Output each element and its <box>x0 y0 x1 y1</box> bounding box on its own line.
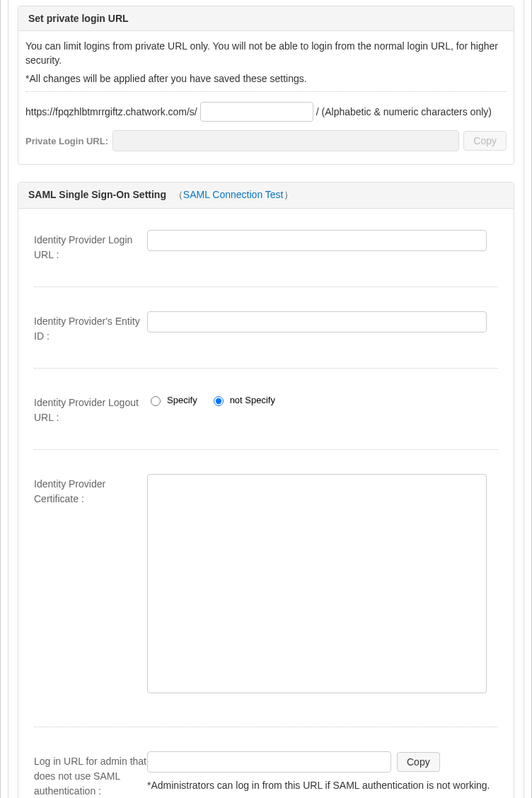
divider <box>25 91 507 92</box>
copy-private-url-button[interactable]: Copy <box>463 131 507 151</box>
idp-login-url-label: Identity Provider Login URL : <box>34 230 147 262</box>
private-login-url-label: Private Login URL: <box>25 136 108 146</box>
private-login-note: *All changes will be applied after you h… <box>25 73 507 84</box>
admin-login-url-input[interactable] <box>147 751 391 773</box>
url-hint-text: / (Alphabetic & numeric characters only) <box>316 106 492 117</box>
private-login-header: Set private login URL <box>18 6 514 31</box>
logout-not-specify-radio[interactable] <box>214 396 224 406</box>
base-url-text: https://fpqzhlbtmrrgiftz.chatwork.com/s/ <box>25 106 197 117</box>
admin-login-url-label: Log in URL for admin that does not use S… <box>34 751 147 798</box>
idp-logout-url-label: Identity Provider Logout URL : <box>34 393 147 425</box>
logout-specify-radio[interactable] <box>151 396 161 406</box>
idp-certificate-textarea[interactable] <box>147 474 487 693</box>
private-login-url-output[interactable] <box>112 130 459 151</box>
logout-specify-option[interactable]: Specify <box>147 394 197 406</box>
logout-not-specify-label: not Specify <box>230 395 275 405</box>
logout-not-specify-option[interactable]: not Specify <box>210 394 275 406</box>
idp-login-url-input[interactable] <box>147 230 487 251</box>
saml-header-title: SAML Single Sign-On Setting <box>28 189 166 200</box>
private-login-panel: Set private login URL You can limit logi… <box>18 6 514 165</box>
saml-header: SAML Single Sign-On Setting （SAML Connec… <box>18 183 514 209</box>
saml-connection-test-link[interactable]: SAML Connection Test <box>183 189 284 200</box>
logout-specify-label: Specify <box>167 395 197 405</box>
idp-certificate-label: Identity Provider Certificate : <box>34 474 147 507</box>
private-url-slug-input[interactable] <box>200 102 313 122</box>
private-login-description: You can limit logins from private URL on… <box>25 40 507 67</box>
idp-entity-id-label: Identity Provider's Entity ID : <box>34 311 147 344</box>
copy-admin-url-button[interactable]: Copy <box>397 752 440 772</box>
saml-settings-panel: SAML Single Sign-On Setting （SAML Connec… <box>18 182 514 798</box>
admin-login-help-text: *Administrators can log in from this URL… <box>147 778 498 793</box>
idp-entity-id-input[interactable] <box>147 311 487 332</box>
